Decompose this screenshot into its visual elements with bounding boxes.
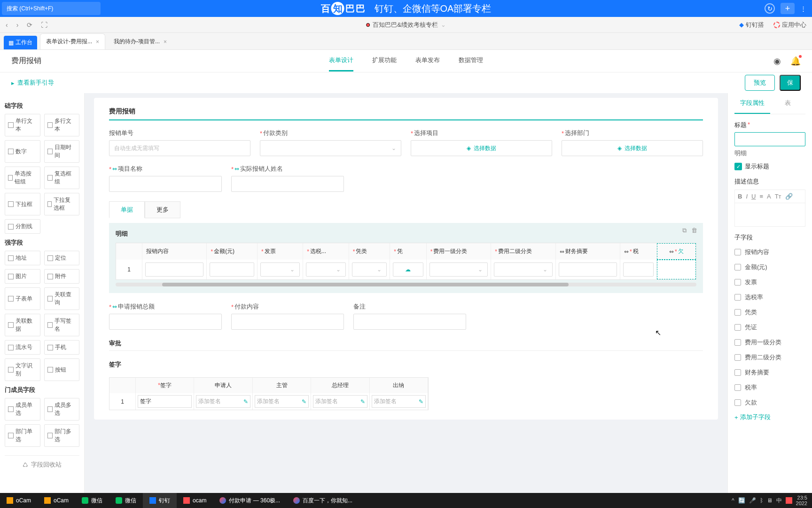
palette-item[interactable]: 子表单 [5,287,40,310]
col-header[interactable]: *费用二级分类 [491,243,555,260]
col-header[interactable]: 报销内容 [142,243,207,260]
subfield-item[interactable]: 欠款 [734,395,805,410]
add-sign-button[interactable]: 添加签名✎ [372,395,426,408]
cell-select[interactable]: ⌄ [494,262,552,277]
select-dept-button[interactable]: ◈选择数据 [562,140,703,156]
expand-button[interactable]: ⛶ [41,21,47,29]
palette-item[interactable]: 分割线 [5,219,40,234]
subfield-item[interactable]: 财务摘要 [734,365,805,380]
nav-extension[interactable]: 扩展功能 [372,50,397,71]
detail-subform[interactable]: ⧉ 🗑 明细 报销内容 *金额(元) *发票 *选税... *凭类 *凭 *费用… [109,223,703,293]
add-subfield-button[interactable]: +添加子字段 [734,413,805,421]
palette-item[interactable]: 日期时间 [44,140,80,163]
sign-col[interactable]: *签字 [136,378,194,393]
sign-col[interactable]: 总经理 [311,378,369,393]
palette-item[interactable]: 手机 [44,340,80,355]
col-header[interactable]: *发票 [258,243,303,260]
palette-item[interactable]: 地址 [5,251,40,265]
approve-section[interactable]: 审批 [109,339,703,351]
tray-mic-icon[interactable]: 🎤 [749,497,756,504]
tray-bluetooth-icon[interactable]: ᛒ [760,497,763,504]
total-input[interactable] [109,314,222,330]
palette-item[interactable]: 部门单选 [5,424,40,447]
cell-input[interactable] [623,262,653,277]
subfield-item[interactable]: 金额(元) [734,260,805,275]
guide-link[interactable]: ▸ 查看新手引导 [11,79,54,87]
show-title-checkbox[interactable]: ✓ 显示标题 [734,162,805,171]
history-icon[interactable]: ↻ [765,3,775,14]
col-header[interactable]: *金额(元) [207,243,257,260]
scrollbar-thumb[interactable] [162,283,569,286]
task-item[interactable]: oCam [38,493,75,508]
rte-toolbar[interactable]: B I U ≡ A Tт 🔗 [734,190,805,203]
preview-button[interactable]: 预览 [745,75,775,91]
subfield-item[interactable]: 费用一级分类 [734,335,805,350]
task-item[interactable]: ocam [177,493,213,508]
col-header[interactable]: *凭 [390,243,426,260]
field-recycle[interactable]: ♺ 字段回收站 [5,455,79,474]
tray-ime-icon[interactable]: 中 [776,497,782,505]
field-project-sel[interactable]: *选择项目 ◈选择数据 [411,129,552,156]
palette-item[interactable]: 成员单选 [5,398,40,421]
cell-input[interactable] [559,262,617,277]
palette-item[interactable]: 附件 [44,269,80,284]
field-pay-type[interactable]: *付款类别 ⌄ [260,129,401,156]
pay-content-input[interactable] [231,314,344,330]
new-tab-button[interactable]: + [781,3,795,14]
bold-icon[interactable]: B [738,193,742,200]
cell-select[interactable]: ⌄ [352,262,387,277]
field-order-no[interactable]: 报销单号 自动生成无需填写 [109,129,250,156]
cell-input[interactable] [210,262,254,277]
form-title[interactable]: 费用报销 [109,107,703,120]
col-header[interactable]: ⇔*税 [620,243,656,260]
underline-icon[interactable]: U [751,193,756,200]
select-project-button[interactable]: ◈选择数据 [411,140,552,156]
dingding-link[interactable]: ◆ 钉钉搭 [739,21,764,29]
cell-input[interactable] [145,262,203,277]
color-icon[interactable]: A [767,193,771,200]
task-item[interactable]: 钉钉 [143,493,177,508]
copy-icon[interactable]: ⧉ [682,227,687,234]
align-icon[interactable]: ≡ [759,193,763,200]
workspace-name[interactable]: 百知巴巴&绩效考核专栏 ⌄ [366,21,446,29]
global-search[interactable]: 搜索 (Ctrl+Shift+F) [2,2,101,15]
cell-select[interactable]: ⌄ [306,262,345,277]
compass-icon[interactable]: ◉ [773,56,781,66]
sign-cell-input[interactable]: 签字 [138,395,192,408]
detail-tab-single[interactable]: 单据 [109,201,145,218]
col-header[interactable]: *选税... [303,243,349,260]
sign-col[interactable]: 申请人 [194,378,252,393]
field-real-person[interactable]: *⇔实际报销人姓名 [231,165,344,192]
palette-item[interactable]: 单选按钮组 [5,167,40,189]
pay-type-select[interactable]: ⌄ [260,140,401,156]
forward-button[interactable]: › [16,21,19,29]
col-header[interactable]: ⇔财务摘要 [556,243,620,260]
props-tab-form[interactable]: 表 [770,93,806,114]
tray-sogou-icon[interactable] [786,497,792,504]
task-item[interactable]: 付款申请 — 360极... [213,493,287,508]
more-icon[interactable]: ⋮ [800,5,806,12]
palette-item[interactable]: 下拉复选框 [44,193,80,215]
props-tab-field[interactable]: 字段属性 [734,93,770,114]
add-sign-button[interactable]: 添加签名✎ [313,395,367,408]
cell-select[interactable]: ⌄ [429,262,488,277]
close-icon[interactable]: × [164,39,167,45]
link-icon[interactable]: 🔗 [785,193,793,200]
field-total[interactable]: *⇔申请报销总额 [109,302,222,330]
subfield-item[interactable]: 发票 [734,275,805,290]
cell-new[interactable] [657,260,696,279]
task-item[interactable]: oCam [0,493,38,508]
palette-item[interactable]: 成员多选 [44,398,80,421]
task-item[interactable]: 微信 [109,493,143,508]
subfield-item[interactable]: 税率 [734,380,805,395]
add-sign-button[interactable]: 添加签名✎ [196,395,250,408]
palette-item[interactable]: 单行文本 [5,114,40,136]
field-remark[interactable]: 备注 [353,302,466,330]
taskbar[interactable]: oCam oCam 微信 微信 钉钉 ocam 付款申请 — 360极... 百… [0,493,812,508]
tab-my-todo[interactable]: 我的待办-项目管... × [108,34,172,49]
palette-item[interactable]: 多行文本 [44,114,80,136]
add-sign-button[interactable]: 添加签名✎ [255,395,309,408]
palette-item[interactable]: 部门多选 [44,424,80,447]
back-button[interactable]: ‹ [6,21,8,29]
palette-item[interactable]: 关联数据 [5,314,40,336]
